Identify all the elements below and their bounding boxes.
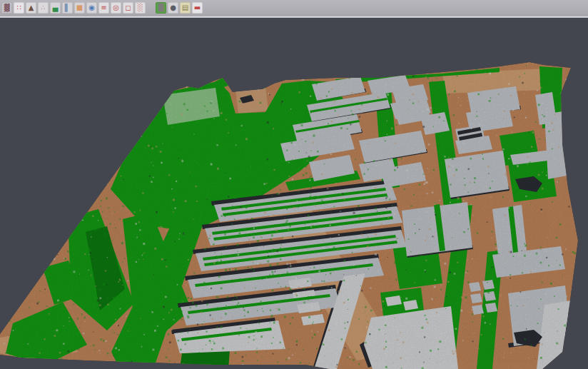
hourglass-icon[interactable]: ▤ <box>180 2 191 14</box>
point-cloud-canvas[interactable] <box>0 18 588 369</box>
green-hill-icon[interactable]: ▄ <box>50 2 61 14</box>
sparse-points-icon[interactable]: ∴ <box>38 2 49 14</box>
mountain-icon[interactable]: ▲ <box>26 2 36 14</box>
viewport-3d[interactable] <box>0 18 588 369</box>
red-slab-icon[interactable]: ▬ <box>192 2 203 14</box>
textured-cube-icon[interactable]: ▓ <box>1 2 12 14</box>
main-toolbar: ▓∷▲∴▄▌■◉≡◎◻░▒●▤▬ <box>0 0 588 15</box>
terrain-mesh <box>0 18 588 369</box>
application-window: ▓∷▲∴▄▌■◉≡◎◻░▒●▤▬ <box>0 0 588 369</box>
dashed-box-icon[interactable]: ░ <box>135 2 146 14</box>
orange-tile-icon[interactable]: ■ <box>74 2 85 14</box>
globe-icon[interactable]: ◉ <box>86 2 97 14</box>
grain-overlay <box>0 18 588 369</box>
classification-palette-icon[interactable]: ▒ <box>156 2 166 14</box>
red-list-icon[interactable]: ≡ <box>98 2 109 14</box>
crop-box-icon[interactable]: ◻ <box>123 2 133 14</box>
colored-points-icon[interactable]: ∷ <box>14 2 24 14</box>
sphere-icon[interactable]: ● <box>168 2 178 14</box>
target-icon[interactable]: ◎ <box>111 2 121 14</box>
column-icon[interactable]: ▌ <box>62 2 73 14</box>
